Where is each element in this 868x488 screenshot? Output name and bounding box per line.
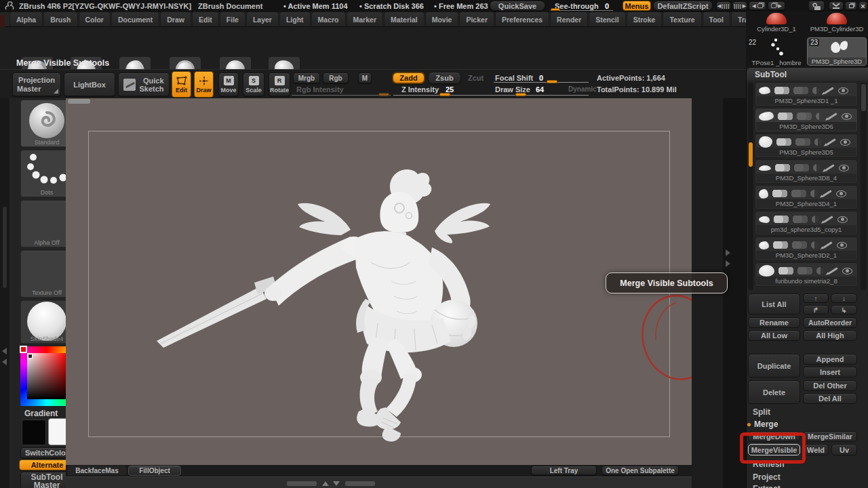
menu-macro[interactable]: Macro [311, 12, 346, 26]
collapse-left-tray-arrow2[interactable] [2, 359, 7, 365]
bottom-scrollbar-right[interactable] [345, 481, 375, 486]
lightbox-button[interactable]: LightBox [64, 73, 115, 96]
eye-icon[interactable] [836, 190, 846, 197]
subtool-scroll-track[interactable] [748, 83, 753, 290]
polypaint-icon[interactable] [775, 164, 790, 171]
project-section-label[interactable]: Project [753, 472, 781, 482]
scroll-down-arrow[interactable] [333, 481, 340, 486]
pen-icon[interactable] [823, 216, 833, 222]
menu-render[interactable]: Render [550, 12, 588, 26]
menu-layer[interactable]: Layer [246, 12, 279, 26]
subtool-item-5[interactable]: pm3d_sphere3d5_copy1 [755, 211, 858, 235]
del-other-button[interactable]: Del Other [803, 380, 857, 391]
rgb-intensity-handle[interactable] [378, 93, 389, 96]
subtool-header[interactable]: SubTool [747, 68, 868, 81]
eye-icon[interactable] [840, 139, 850, 146]
eye-icon[interactable] [842, 113, 852, 120]
polypaint-off-icon[interactable] [797, 267, 812, 274]
menu-light[interactable]: Light [279, 12, 311, 26]
tool-item-pm3d-sphere3d[interactable]: 23 PM3D_Sphere3D [807, 37, 867, 66]
polypaint-off-icon[interactable] [795, 138, 810, 146]
move-top-button[interactable]: ↱ [803, 305, 829, 314]
subtool-right-handle[interactable] [861, 84, 866, 111]
sv-square[interactable] [27, 353, 66, 399]
zsub-button[interactable]: Zsub [428, 72, 461, 84]
menu-preferences[interactable]: Preferences [495, 12, 549, 26]
scroll-right-button[interactable]: ||||▶ [732, 1, 747, 10]
quick-sketch-button[interactable]: QuickSketch [118, 73, 170, 96]
split-section-label[interactable]: Split [753, 407, 770, 417]
pen-icon[interactable] [826, 138, 835, 145]
scroll-up-arrow[interactable] [322, 481, 329, 486]
autoreorder-button[interactable]: AutoReorder [803, 317, 857, 328]
polypaint-off-icon[interactable] [792, 241, 807, 249]
subtool-item-2[interactable]: PM3D_Sphere3D5 [755, 134, 858, 158]
delete-button[interactable]: Delete [748, 380, 800, 404]
halftone-icon[interactable] [813, 164, 821, 171]
halftone-icon[interactable] [812, 87, 820, 94]
menu-color[interactable]: Color [79, 12, 111, 26]
pen-icon[interactable] [825, 164, 834, 171]
canvas-top-scrollbar[interactable] [68, 99, 90, 104]
all-low-button[interactable]: All Low [748, 330, 800, 341]
polypaint-off-icon[interactable] [797, 113, 812, 120]
weld-button[interactable]: Weld [803, 444, 829, 455]
menu-tool[interactable]: Tool [703, 12, 730, 26]
scale-gizmo-button[interactable]: S Scale [243, 73, 264, 96]
quicksave-button[interactable]: QuickSave [490, 1, 545, 11]
canvas-viewport[interactable] [66, 98, 692, 465]
menu-file[interactable]: File [220, 12, 245, 26]
collapse-left-tray-arrow[interactable] [2, 348, 7, 354]
all-high-button[interactable]: All High [803, 330, 857, 341]
polypaint-icon[interactable] [773, 241, 788, 249]
menu-picker[interactable]: Picker [459, 12, 494, 26]
mrgb-button[interactable]: Mrgb [293, 73, 320, 83]
polypaint-icon[interactable] [774, 87, 789, 94]
insert-button[interactable]: Insert [803, 367, 857, 378]
main-color-swatch[interactable] [22, 420, 46, 445]
rotate-gizmo-button[interactable]: R Rotate [269, 73, 290, 96]
pen-icon[interactable] [828, 267, 837, 274]
halftone-icon[interactable] [810, 190, 818, 197]
menu-alpha[interactable]: Alpha [9, 12, 43, 26]
polypaint-off-icon[interactable] [791, 190, 806, 197]
mergesimilar-button[interactable]: MergeSimilar [803, 431, 857, 442]
zadd-button[interactable]: Zadd [392, 72, 425, 84]
rgb-intensity-slider[interactable] [292, 95, 391, 96]
halftone-icon[interactable] [812, 216, 819, 223]
append-button[interactable]: Append [803, 354, 857, 365]
eye-icon[interactable] [838, 87, 848, 94]
pen-icon[interactable] [822, 190, 831, 197]
polypaint-icon[interactable] [772, 190, 787, 197]
edit-button[interactable]: Edit [172, 71, 191, 98]
menu-document[interactable]: Document [111, 12, 159, 26]
rename-button[interactable]: Rename [748, 317, 800, 328]
menu-draw[interactable]: Draw [160, 12, 191, 26]
m-button[interactable]: M [358, 73, 372, 83]
backfacemask-button[interactable]: BackfaceMas [68, 466, 126, 475]
menu-edit[interactable]: Edit [192, 12, 219, 26]
subtool-item-6[interactable]: PM3D_Sphere3D2_1 [755, 237, 858, 261]
subtool-item-3[interactable]: PM3D_Sphere3D8_4 [755, 159, 858, 184]
menu-stroke[interactable]: Stroke [627, 12, 663, 26]
halftone-icon[interactable] [814, 138, 822, 146]
close-button[interactable]: × [859, 1, 867, 10]
eye-icon[interactable] [837, 216, 848, 223]
sculpt-model[interactable] [147, 166, 507, 444]
tool-item-tpose-hombre[interactable]: 22 TPose1 _hombre [747, 37, 806, 66]
restore-button[interactable] [845, 1, 857, 10]
draw-size-handle[interactable] [515, 93, 526, 96]
merge-section-label[interactable]: Merge [754, 420, 778, 429]
move-up-button[interactable]: ↑ [803, 293, 829, 303]
subtool-item-1[interactable]: PM3D_Sphere3D6 [755, 108, 858, 132]
polypaint-off-icon[interactable] [793, 216, 808, 223]
eye-icon[interactable] [837, 242, 847, 249]
left-tray-button[interactable]: Left Tray [531, 466, 597, 475]
polypaint-icon[interactable] [774, 216, 789, 223]
subtool-item-0[interactable]: PM3D_Sphere3D1 _1 [755, 82, 858, 106]
subtool-scroll-handle[interactable] [749, 142, 753, 167]
pen-icon[interactable] [823, 241, 832, 248]
pen-icon[interactable] [824, 87, 833, 94]
see-through-slider[interactable] [551, 10, 613, 11]
projection-master-button[interactable]: ProjectionMaster [12, 73, 61, 96]
